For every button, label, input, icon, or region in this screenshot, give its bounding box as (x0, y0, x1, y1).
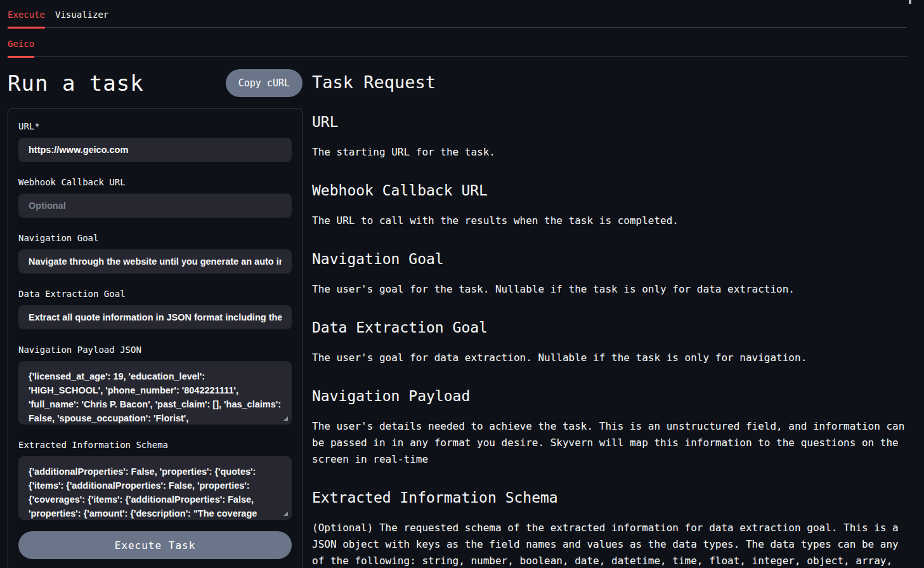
tab-visualizer[interactable]: Visualizer (55, 0, 108, 27)
doc-heading: Data Extraction Goal (312, 318, 907, 337)
doc-heading: Webhook Callback URL (312, 181, 907, 200)
navigation-goal-label: Navigation Goal (18, 233, 292, 243)
main-tabbar: Execute Visualizer (8, 0, 907, 28)
resize-handle-icon[interactable] (283, 512, 288, 516)
scrollbar-thumb[interactable] (909, 0, 911, 4)
doc-body: (Optional) The requested schema of the e… (312, 520, 907, 568)
data-extraction-goal-input[interactable] (18, 305, 292, 329)
doc-body: The URL to call with the results when th… (312, 213, 907, 229)
copy-curl-button[interactable]: Copy cURL (226, 69, 303, 97)
extracted-schema-wrap: {'additionalProperties': False, 'propert… (18, 456, 292, 520)
extracted-schema-textarea[interactable]: {'additionalProperties': False, 'propert… (18, 456, 292, 520)
doc-heading: Extracted Information Schema (312, 488, 907, 507)
navigation-payload-label: Navigation Payload JSON (18, 345, 292, 355)
doc-body: The user's goal for data extraction. Nul… (312, 350, 907, 366)
navigation-payload-textarea[interactable]: {'licensed_at_age': 19, 'education_level… (18, 361, 292, 425)
page-title: Run a task (8, 70, 144, 96)
doc-section-navigation-payload: Navigation Payload The user's details ne… (312, 386, 907, 468)
main-content: Run a task Copy cURL URL* Webhook Callba… (8, 69, 907, 568)
tab-geico[interactable]: Geico (8, 28, 34, 56)
docs-title: Task Request (312, 72, 907, 92)
docs-column: Task Request URL The starting URL for th… (312, 69, 907, 568)
doc-heading: Navigation Goal (312, 249, 907, 268)
doc-body: The starting URL for the task. (312, 144, 907, 161)
navigation-payload-wrap: {'licensed_at_age': 19, 'education_level… (18, 361, 292, 425)
doc-section-webhook: Webhook Callback URL The URL to call wit… (312, 181, 907, 229)
doc-section-navigation-goal: Navigation Goal The user's goal for the … (312, 249, 907, 298)
doc-body: The user's goal for the task. Nullable i… (312, 281, 907, 298)
extracted-schema-label: Extracted Information Schema (18, 440, 292, 450)
navigation-goal-input[interactable] (18, 249, 292, 274)
task-form-panel: URL* Webhook Callback URL Navigation Goa… (8, 108, 303, 568)
doc-section-extracted-schema: Extracted Information Schema (Optional) … (312, 488, 907, 568)
execute-task-button[interactable]: Execute Task (18, 531, 292, 559)
sub-tabbar: Geico (8, 28, 907, 57)
doc-body: The user's details needed to achieve the… (312, 418, 907, 468)
form-title-row: Run a task Copy cURL (8, 69, 303, 98)
resize-handle-icon[interactable] (283, 416, 288, 421)
tab-execute[interactable]: Execute (8, 0, 45, 27)
webhook-label: Webhook Callback URL (18, 177, 292, 187)
doc-heading: Navigation Payload (312, 386, 907, 406)
doc-heading: URL (312, 112, 907, 131)
doc-section-url: URL The starting URL for the task. (312, 112, 907, 161)
url-label: URL* (18, 121, 292, 131)
doc-section-data-extraction-goal: Data Extraction Goal The user's goal for… (312, 318, 907, 366)
url-input[interactable] (18, 138, 292, 162)
webhook-input[interactable] (18, 194, 292, 218)
task-form-column: Run a task Copy cURL URL* Webhook Callba… (8, 69, 303, 568)
data-extraction-goal-label: Data Extraction Goal (18, 289, 292, 299)
